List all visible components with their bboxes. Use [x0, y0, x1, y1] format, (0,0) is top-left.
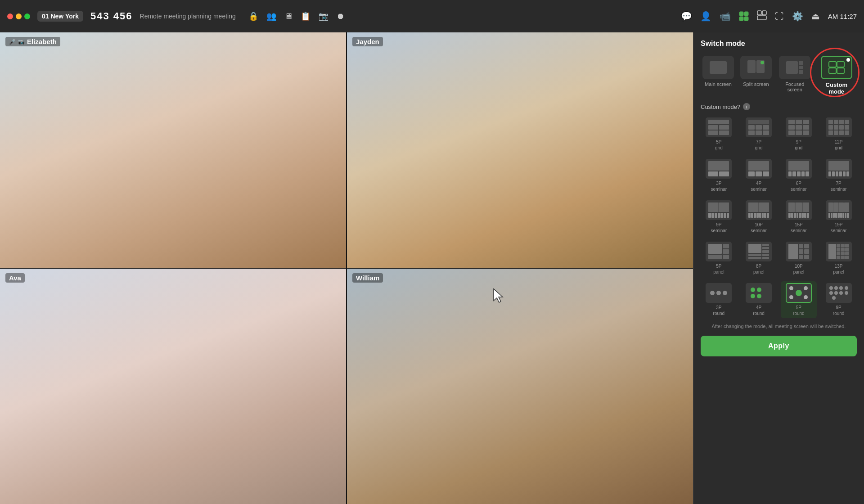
screen-icon[interactable]: 🖥 [284, 12, 292, 21]
lock-icon[interactable]: 🔒 [248, 11, 258, 21]
layout-19p-seminar[interactable]: 19Pseminar [820, 198, 857, 235]
participant-name-ava: Ava [5, 273, 25, 283]
video-grid: 🎤 📷 Elizabeth Jayden Ava William [0, 32, 693, 504]
layout-thumb-8p-panel [746, 242, 772, 261]
panel-title: Switch mode [701, 40, 857, 48]
topbar: 01 New York 543 456 Remote meeting plann… [0, 0, 864, 32]
svg-rect-5 [762, 11, 766, 15]
layout-thumb-5p-panel [706, 242, 732, 261]
panel-layouts: 5Ppanel 8Ppanel [701, 240, 857, 277]
minimize-button[interactable] [16, 14, 22, 19]
layout-thumb-10p-panel [786, 242, 812, 261]
layout-5p-round[interactable]: 5Pround [781, 281, 817, 318]
info-icon[interactable]: i [743, 103, 750, 110]
chat-icon[interactable]: 💬 [681, 11, 692, 22]
layout-4p-round[interactable]: 4Pround [741, 281, 777, 318]
layout-3p-round[interactable]: 3Pround [701, 281, 737, 318]
layout-thumb-9p-grid [786, 117, 812, 137]
layout-name-4p-round: 4Pround [753, 305, 765, 316]
grid-layouts: 5Pgrid 7Pgrid [701, 116, 857, 153]
layout-9p-seminar[interactable]: 9Pseminar [701, 198, 737, 235]
close-button[interactable] [7, 14, 13, 19]
layout-9p-grid[interactable]: 9Pgrid [781, 116, 817, 153]
layout-icon[interactable] [739, 11, 749, 21]
svg-rect-3 [744, 17, 748, 21]
participant-name-william: William [352, 273, 383, 283]
layout-name-9p-grid: 9Pgrid [795, 139, 803, 151]
layout-thumb-7p-grid [746, 117, 772, 137]
main-screen-label: Main screen [705, 81, 732, 87]
svg-rect-11 [799, 61, 803, 65]
seminar-layouts-2: 9Pseminar 10Pseminar [701, 198, 857, 235]
expand-icon[interactable]: ⛶ [775, 11, 784, 22]
switch-mode-icon[interactable] [757, 10, 767, 22]
layout-8p-panel[interactable]: 8Ppanel [741, 240, 777, 277]
layout-9p-round[interactable]: 9Pround [820, 281, 857, 318]
share-icon[interactable]: 📋 [301, 11, 310, 21]
main-screen-icon-box [702, 56, 734, 79]
layout-name-13p-panel: 13Ppanel [833, 263, 844, 275]
layout-5p-grid[interactable]: 5Pgrid [701, 116, 737, 153]
layout-name-12p-grid: 12Pgrid [835, 139, 843, 151]
svg-rect-13 [799, 70, 803, 74]
camera-icon[interactable]: 📷 [319, 11, 328, 21]
svg-rect-15 [829, 68, 836, 73]
split-screen-icon-box [740, 56, 772, 79]
cam-icon: 📷 [18, 39, 25, 45]
layout-name-3p-round: 3Pround [713, 305, 725, 316]
layout-5p-panel[interactable]: 5Ppanel [701, 240, 737, 277]
layout-15p-seminar[interactable]: 15Pseminar [781, 198, 817, 235]
participants-icon[interactable]: 👤 [700, 11, 711, 22]
exit-icon[interactable]: ⏏ [811, 11, 820, 22]
svg-rect-0 [739, 12, 743, 16]
svg-rect-1 [744, 12, 748, 16]
video-switch-icon[interactable]: 📹 [720, 11, 731, 22]
topbar-icons: 🔒 👥 🖥 📋 📷 ⏺ [248, 11, 345, 21]
layout-13p-panel[interactable]: 13Ppanel [820, 240, 857, 277]
meeting-id: 543 456 [90, 10, 133, 22]
layout-name-5p-round: 5Pround [793, 305, 805, 316]
svg-rect-17 [837, 68, 844, 73]
layout-thumb-6p-seminar [786, 159, 812, 179]
svg-rect-14 [829, 62, 836, 67]
people-icon[interactable]: 👥 [266, 11, 276, 21]
mode-item-focused-screen[interactable]: Focused screen [776, 54, 814, 97]
layout-name-10p-panel: 10Ppanel [793, 263, 804, 275]
layout-name-6p-seminar: 6Pseminar [791, 180, 807, 192]
layout-name-9p-seminar: 9Pseminar [711, 222, 727, 234]
layout-name-5p-grid: 5Pgrid [715, 139, 723, 151]
fullscreen-button[interactable] [24, 14, 30, 19]
layout-12p-grid[interactable]: 12Pgrid [820, 116, 857, 153]
mic-icon: 🎤 [9, 39, 16, 45]
layout-thumb-3p-round [706, 283, 732, 303]
mode-item-split-screen[interactable]: Split screen [738, 54, 774, 97]
notice-text: After changing the mode, all meeting scr… [701, 323, 857, 330]
record-icon[interactable]: ⏺ [337, 12, 345, 21]
apply-button[interactable]: Apply [701, 336, 857, 356]
layout-thumb-12p-grid [826, 117, 852, 137]
video-cell-ava: Ava [0, 269, 346, 504]
layout-thumb-9p-round [826, 283, 852, 303]
layout-7p-grid[interactable]: 7Pgrid [741, 116, 777, 153]
video-cell-jayden: Jayden [347, 32, 693, 268]
svg-rect-8 [747, 60, 756, 73]
mode-item-custom-mode[interactable]: Custom mode [816, 54, 857, 97]
layout-7p-seminar[interactable]: 7Pseminar [820, 157, 857, 194]
layout-name-10p-seminar: 10Pseminar [751, 222, 767, 234]
settings-icon[interactable]: ⚙️ [792, 11, 803, 22]
layout-4p-seminar[interactable]: 4Pseminar [741, 157, 777, 194]
layout-thumb-3p-seminar [706, 159, 732, 179]
round-layouts: 3Pround 4Pround [701, 281, 857, 318]
layout-10p-seminar[interactable]: 10Pseminar [741, 198, 777, 235]
layout-6p-seminar[interactable]: 6Pseminar [781, 157, 817, 194]
time-display: AM 11:27 [828, 13, 857, 20]
layout-thumb-19p-seminar [826, 200, 852, 220]
focused-screen-icon-box [779, 56, 810, 79]
custom-mode-icon-box [821, 56, 852, 79]
mode-item-main-screen[interactable]: Main screen [701, 54, 736, 97]
layout-3p-seminar[interactable]: 3Pseminar [701, 157, 737, 194]
layout-10p-panel[interactable]: 10Ppanel [781, 240, 817, 277]
layout-thumb-15p-seminar [786, 200, 812, 220]
svg-rect-10 [786, 61, 798, 74]
svg-rect-4 [757, 11, 761, 15]
